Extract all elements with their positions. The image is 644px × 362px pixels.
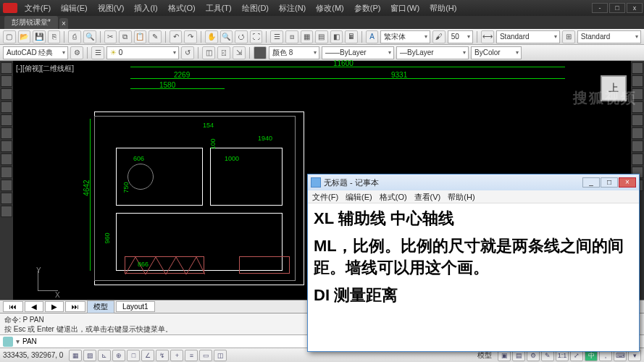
layerprops-icon[interactable]: ☰ bbox=[91, 46, 104, 59]
fontsize-select[interactable]: 50 bbox=[448, 30, 474, 43]
color-select[interactable]: 颜色 8 bbox=[269, 46, 319, 59]
menu-draw[interactable]: 绘图(D) bbox=[238, 1, 273, 15]
pan-icon[interactable]: ✋ bbox=[205, 30, 218, 43]
osnap-toggle[interactable]: □ bbox=[127, 350, 140, 361]
text2-icon[interactable] bbox=[1, 140, 12, 152]
drawing-viewport[interactable]: [-][俯视][二维线框] 上 搜狐视频 11600 2269 9331 158… bbox=[0, 61, 644, 300]
cut-icon[interactable]: ✂ bbox=[104, 30, 117, 43]
rotate-icon[interactable] bbox=[632, 88, 643, 100]
tablestyle-select[interactable]: Standard bbox=[577, 30, 641, 43]
xref-icon[interactable]: ⇲ bbox=[233, 46, 246, 59]
otrack-toggle[interactable]: ∠ bbox=[141, 350, 154, 361]
brush-icon[interactable]: 🖌 bbox=[432, 30, 446, 43]
mirror-icon[interactable] bbox=[632, 140, 643, 152]
workspace-select[interactable]: AutoCAD 经典 bbox=[3, 46, 68, 59]
notepad-textarea[interactable]: XL 辅助线 中心轴线 ML，比例。比例的尺寸就是两条线之间的间距。墙线可以用这… bbox=[308, 203, 639, 316]
np-minimize[interactable]: _ bbox=[582, 177, 600, 188]
orbit-icon[interactable]: ⭯ bbox=[235, 30, 248, 43]
restore-button[interactable]: □ bbox=[609, 3, 625, 13]
np-menu-file[interactable]: 文件(F) bbox=[312, 192, 338, 201]
notepad-titlebar[interactable]: 无标题 - 记事本 _ □ × bbox=[308, 174, 639, 190]
dimstyle-select[interactable]: Standard bbox=[496, 30, 560, 43]
props-icon[interactable]: ☰ bbox=[270, 30, 283, 43]
doc-tab-close[interactable]: × bbox=[59, 18, 68, 29]
tab-model[interactable]: 模型 bbox=[87, 300, 114, 313]
np-menu-edit[interactable]: 编辑(E) bbox=[346, 192, 372, 201]
ortho-toggle[interactable]: ⊾ bbox=[98, 350, 111, 361]
np-close[interactable]: × bbox=[619, 177, 636, 188]
tabnav-last[interactable]: ⏭ bbox=[65, 301, 85, 312]
polar-toggle[interactable]: ⊕ bbox=[112, 350, 125, 361]
grid-toggle[interactable]: ▨ bbox=[83, 350, 96, 361]
font-select[interactable]: 繁宋体 bbox=[380, 30, 430, 43]
block-icon[interactable]: ◫ bbox=[202, 46, 215, 59]
offset-icon[interactable] bbox=[632, 127, 643, 139]
preview-icon[interactable]: 🔍 bbox=[83, 30, 96, 43]
tabnav-prev[interactable]: ◀ bbox=[25, 301, 43, 312]
calc-icon[interactable]: 🖩 bbox=[345, 30, 358, 43]
table-icon[interactable]: ⊞ bbox=[562, 30, 575, 43]
command-input[interactable]: PAN bbox=[22, 337, 37, 345]
viewport-label[interactable]: [-][俯视][二维线框] bbox=[16, 64, 74, 74]
layer-select[interactable]: ☀ 0 bbox=[106, 46, 179, 59]
tool-d-icon[interactable] bbox=[1, 206, 12, 217]
menu-tools[interactable]: 工具(T) bbox=[201, 1, 236, 15]
menu-window[interactable]: 窗口(W) bbox=[386, 1, 424, 15]
tool-a-icon[interactable] bbox=[1, 167, 12, 178]
move-icon[interactable] bbox=[632, 62, 643, 74]
tool-b-icon[interactable] bbox=[1, 180, 12, 191]
match-icon[interactable]: ✎ bbox=[149, 30, 162, 43]
hatch-icon[interactable] bbox=[1, 127, 12, 139]
lwt-toggle[interactable]: ≡ bbox=[185, 350, 198, 361]
trim-icon[interactable] bbox=[632, 101, 643, 113]
doc-tab[interactable]: 彭朋锐课堂* bbox=[4, 16, 58, 29]
zoomwin-icon[interactable]: ⛶ bbox=[250, 30, 263, 43]
pline-icon[interactable] bbox=[1, 75, 12, 87]
saveall-icon[interactable]: ⎘ bbox=[48, 30, 61, 43]
zoom-icon[interactable]: 🔍 bbox=[220, 30, 233, 43]
snap-toggle[interactable]: ▦ bbox=[69, 350, 82, 361]
extend-icon[interactable] bbox=[632, 114, 643, 126]
menu-format[interactable]: 格式(O) bbox=[164, 1, 200, 15]
colorwell-icon[interactable] bbox=[254, 46, 267, 59]
ssm-icon[interactable]: ▤ bbox=[315, 30, 328, 43]
dyn-toggle[interactable]: + bbox=[170, 350, 183, 361]
rect-icon[interactable] bbox=[1, 114, 12, 126]
sc-toggle[interactable]: ◫ bbox=[214, 350, 227, 361]
ducs-toggle[interactable]: ↯ bbox=[156, 350, 169, 361]
paste-icon[interactable]: 📋 bbox=[134, 30, 147, 43]
minimize-button[interactable]: - bbox=[592, 3, 608, 13]
menu-dim[interactable]: 标注(N) bbox=[275, 1, 310, 15]
open-icon[interactable]: 📂 bbox=[18, 30, 31, 43]
dc-icon[interactable]: ⧈ bbox=[285, 30, 298, 43]
layer-prev-icon[interactable]: ↺ bbox=[181, 46, 194, 59]
dimlin-icon[interactable]: ⟷ bbox=[481, 30, 494, 43]
close-button[interactable]: x bbox=[627, 3, 643, 13]
copy-icon[interactable]: ⧉ bbox=[119, 30, 132, 43]
print-icon[interactable]: ⎙ bbox=[68, 30, 81, 43]
tabnav-first[interactable]: ⏮ bbox=[3, 301, 23, 312]
redo-icon[interactable]: ↷ bbox=[184, 30, 197, 43]
linetype-select[interactable]: —— ByLayer bbox=[322, 46, 394, 59]
menu-help[interactable]: 帮助(H) bbox=[425, 1, 461, 15]
ws-gear-icon[interactable]: ⚙ bbox=[70, 46, 83, 59]
scale-icon[interactable] bbox=[632, 153, 643, 165]
viewcube[interactable]: 上 bbox=[601, 75, 627, 101]
lineweight-select[interactable]: — ByLayer bbox=[396, 46, 469, 59]
menu-view[interactable]: 视图(V) bbox=[93, 1, 129, 15]
text-icon[interactable]: A bbox=[366, 30, 379, 43]
arc-icon[interactable] bbox=[1, 101, 12, 113]
notepad-window[interactable]: 无标题 - 记事本 _ □ × 文件(F) 编辑(E) 格式(O) 查看(V) … bbox=[307, 174, 640, 352]
mark-icon[interactable]: ◧ bbox=[330, 30, 343, 43]
tab-layout1[interactable]: Layout1 bbox=[116, 301, 155, 312]
np-menu-help[interactable]: 帮助(H) bbox=[448, 192, 474, 201]
copy2-icon[interactable] bbox=[632, 75, 643, 87]
np-menu-format[interactable]: 格式(O) bbox=[380, 192, 407, 201]
np-maximize[interactable]: □ bbox=[601, 177, 618, 188]
qp-toggle[interactable]: ▭ bbox=[199, 350, 212, 361]
dim2-icon[interactable] bbox=[1, 153, 12, 165]
menu-param[interactable]: 参数(P) bbox=[350, 1, 385, 15]
new-icon[interactable]: ▢ bbox=[3, 30, 16, 43]
menu-file[interactable]: 文件(F) bbox=[20, 1, 55, 15]
tool-c-icon[interactable] bbox=[1, 193, 12, 204]
